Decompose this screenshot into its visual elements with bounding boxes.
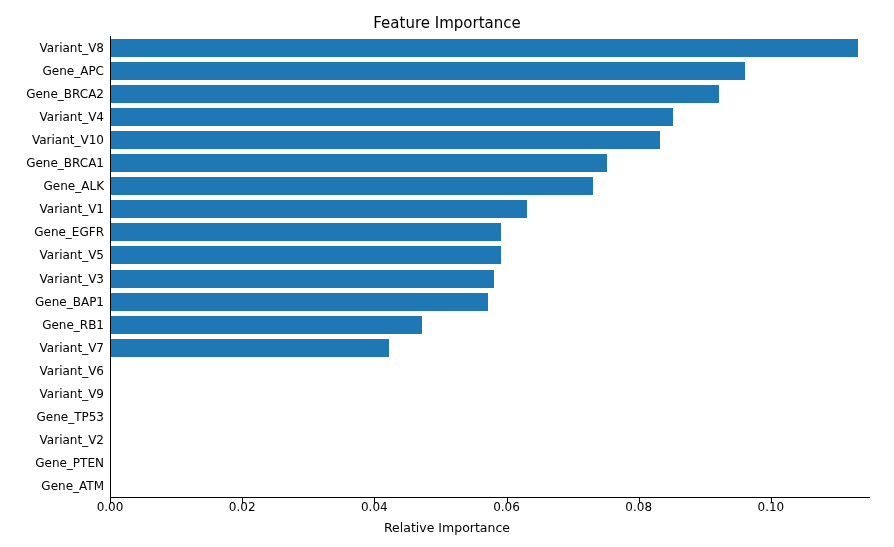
y-tick-label: Gene_ALK <box>4 180 104 192</box>
bar <box>111 246 501 264</box>
y-tick-label: Variant_V5 <box>4 249 104 261</box>
y-tick-label: Variant_V8 <box>4 42 104 54</box>
bar <box>111 108 673 126</box>
y-tick-label: Gene_RB1 <box>4 319 104 331</box>
x-tick-mark <box>771 498 772 503</box>
chart-title: Feature Importance <box>0 14 894 32</box>
bar <box>111 177 593 195</box>
bar <box>111 339 389 357</box>
y-tick-label: Gene_BAP1 <box>4 296 104 308</box>
bar <box>111 223 501 241</box>
plot-area <box>110 36 870 498</box>
x-tick-mark <box>507 498 508 503</box>
bar <box>111 62 745 80</box>
y-tick-label: Variant_V3 <box>4 273 104 285</box>
bar <box>111 200 527 218</box>
y-tick-label: Gene_BRCA1 <box>4 157 104 169</box>
y-tick-label: Variant_V7 <box>4 342 104 354</box>
y-tick-label: Variant_V9 <box>4 388 104 400</box>
bar <box>111 39 858 57</box>
bar <box>111 131 660 149</box>
feature-importance-chart: Feature Importance Relative Importance V… <box>0 0 894 547</box>
bar <box>111 293 488 311</box>
x-tick-mark <box>242 498 243 503</box>
bar <box>111 85 719 103</box>
bar <box>111 154 607 172</box>
y-tick-label: Gene_EGFR <box>4 226 104 238</box>
x-tick-mark <box>110 498 111 503</box>
y-tick-label: Variant_V2 <box>4 434 104 446</box>
y-tick-label: Gene_BRCA2 <box>4 88 104 100</box>
bar <box>111 270 494 288</box>
bar <box>111 316 422 334</box>
y-tick-label: Gene_TP53 <box>4 411 104 423</box>
y-tick-label: Gene_ATM <box>4 480 104 492</box>
y-tick-label: Gene_PTEN <box>4 457 104 469</box>
x-tick-mark <box>374 498 375 503</box>
y-tick-label: Variant_V10 <box>4 134 104 146</box>
x-axis-label: Relative Importance <box>0 520 894 535</box>
y-tick-label: Variant_V4 <box>4 111 104 123</box>
x-tick-mark <box>639 498 640 503</box>
y-tick-label: Variant_V6 <box>4 365 104 377</box>
y-tick-label: Variant_V1 <box>4 203 104 215</box>
y-tick-label: Gene_APC <box>4 65 104 77</box>
